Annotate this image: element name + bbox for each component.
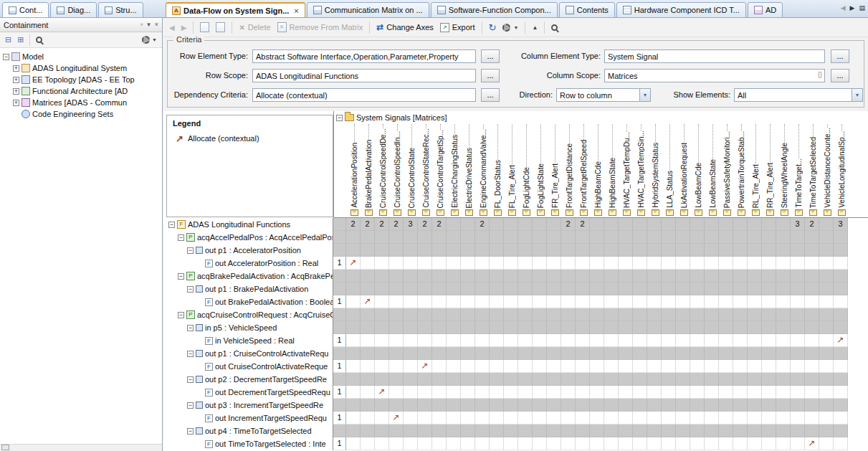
matrix-cell[interactable] bbox=[361, 283, 375, 295]
matrix-cell[interactable] bbox=[576, 399, 590, 412]
matrix-cell[interactable] bbox=[590, 386, 604, 399]
matrix-cell[interactable] bbox=[475, 270, 490, 283]
editor-tab-3[interactable]: Software-Function Compon... bbox=[431, 2, 558, 18]
matrix-cell[interactable] bbox=[748, 373, 762, 386]
matrix-cell[interactable] bbox=[576, 244, 590, 257]
matrix-cell[interactable] bbox=[418, 437, 432, 450]
matrix-cell[interactable] bbox=[719, 424, 733, 437]
matrix-cell[interactable] bbox=[662, 244, 676, 257]
matrix-cell[interactable] bbox=[475, 231, 490, 244]
matrix-cell[interactable] bbox=[834, 321, 848, 334]
column-group-header[interactable]: − System Signals [Matrices] bbox=[336, 113, 447, 122]
matrix-cell[interactable] bbox=[361, 399, 375, 412]
matrix-cell[interactable] bbox=[590, 218, 604, 231]
matrix-cell[interactable] bbox=[475, 347, 490, 360]
matrix-cell[interactable] bbox=[690, 231, 705, 244]
structure-tab[interactable]: Stru... bbox=[98, 2, 143, 18]
matrix-cell[interactable] bbox=[619, 218, 633, 231]
matrix-row-header[interactable]: Fin VehicleSpeed : Real bbox=[166, 334, 333, 347]
matrix-cell[interactable] bbox=[705, 231, 719, 244]
matrix-cell[interactable] bbox=[561, 257, 576, 270]
expand-all-icon[interactable]: ⊞ bbox=[17, 36, 24, 44]
matrix-cell[interactable] bbox=[561, 321, 576, 334]
matrix-cell[interactable] bbox=[404, 437, 418, 450]
matrix-cell[interactable] bbox=[619, 308, 633, 321]
matrix-cell[interactable] bbox=[762, 244, 776, 257]
matrix-cell[interactable] bbox=[676, 308, 690, 321]
matrix-cell[interactable] bbox=[662, 373, 676, 386]
matrix-cell[interactable] bbox=[447, 270, 461, 283]
matrix-cell[interactable] bbox=[719, 399, 733, 412]
allocation-arrow-cell[interactable]: ↗ bbox=[375, 386, 389, 399]
matrix-cell[interactable] bbox=[719, 244, 733, 257]
matrix-cell[interactable] bbox=[819, 308, 834, 321]
matrix-cell[interactable] bbox=[461, 437, 475, 450]
matrix-cell[interactable] bbox=[418, 244, 432, 257]
matrix-cell[interactable] bbox=[404, 334, 418, 347]
matrix-cell[interactable] bbox=[418, 399, 432, 412]
matrix-cell[interactable] bbox=[633, 308, 647, 321]
matrix-cell[interactable] bbox=[404, 295, 418, 308]
matrix-cell[interactable] bbox=[346, 283, 361, 295]
matrix-cell[interactable] bbox=[733, 373, 748, 386]
matrix-cell[interactable] bbox=[547, 231, 561, 244]
matrix-cell[interactable] bbox=[518, 373, 533, 386]
editor-tab-2[interactable]: Communication Matrix on ... bbox=[307, 2, 429, 18]
column-header[interactable]: CruiseControlStateRec... bbox=[419, 124, 433, 217]
matrix-cell[interactable] bbox=[404, 412, 418, 424]
matrix-cell[interactable] bbox=[748, 218, 762, 231]
matrix-cell[interactable] bbox=[633, 424, 647, 437]
matrix-cell[interactable]: 2 bbox=[432, 218, 447, 231]
matrix-cell[interactable] bbox=[418, 321, 432, 334]
matrix-cell[interactable] bbox=[447, 424, 461, 437]
matrix-cell[interactable] bbox=[447, 218, 461, 231]
close-icon[interactable]: × bbox=[155, 22, 158, 28]
containment-tab[interactable]: Cont... bbox=[2, 2, 49, 18]
matrix-cell[interactable] bbox=[705, 334, 719, 347]
matrix-cell[interactable] bbox=[776, 321, 791, 334]
matrix-cell[interactable] bbox=[604, 386, 619, 399]
matrix-cell[interactable] bbox=[705, 399, 719, 412]
expand-icon[interactable]: + bbox=[13, 100, 19, 106]
matrix-row-header[interactable]: −out p3 : IncrementTargetSpeedRe bbox=[166, 399, 333, 412]
matrix-cell[interactable] bbox=[346, 321, 361, 334]
matrix-cell[interactable] bbox=[633, 257, 647, 270]
matrix-cell[interactable] bbox=[475, 399, 490, 412]
matrix-cell[interactable] bbox=[690, 437, 705, 450]
matrix-cell[interactable] bbox=[432, 308, 447, 321]
matrix-cell[interactable] bbox=[819, 360, 834, 373]
matrix-cell[interactable] bbox=[561, 283, 576, 295]
matrix-cell[interactable] bbox=[375, 437, 389, 450]
matrix-cell[interactable] bbox=[447, 257, 461, 270]
matrix-cell[interactable] bbox=[561, 399, 576, 412]
matrix-cell[interactable] bbox=[662, 347, 676, 360]
matrix-cell[interactable] bbox=[705, 218, 719, 231]
matrix-cell[interactable] bbox=[633, 218, 647, 231]
matrix-cell[interactable] bbox=[389, 231, 404, 244]
matrix-cell[interactable] bbox=[762, 373, 776, 386]
matrix-cell[interactable] bbox=[690, 424, 705, 437]
matrix-cell[interactable] bbox=[676, 334, 690, 347]
matrix-cell[interactable] bbox=[404, 424, 418, 437]
collapse-icon[interactable]: − bbox=[3, 54, 9, 60]
matrix-cell[interactable] bbox=[604, 283, 619, 295]
matrix-cell[interactable] bbox=[475, 321, 490, 334]
matrix-cell[interactable] bbox=[791, 347, 805, 360]
matrix-cell[interactable] bbox=[461, 399, 475, 412]
matrix-cell[interactable] bbox=[504, 373, 518, 386]
matrix-cell[interactable] bbox=[389, 424, 404, 437]
matrix-cell[interactable] bbox=[461, 386, 475, 399]
matrix-cell[interactable] bbox=[791, 308, 805, 321]
matrix-cell[interactable] bbox=[776, 308, 791, 321]
matrix-cell[interactable] bbox=[662, 399, 676, 412]
matrix-cell[interactable] bbox=[418, 347, 432, 360]
show-elements-select[interactable]: All ▼ bbox=[734, 88, 863, 102]
matrix-cell[interactable] bbox=[791, 295, 805, 308]
matrix-cell[interactable] bbox=[361, 386, 375, 399]
matrix-cell[interactable] bbox=[776, 437, 791, 450]
matrix-cell[interactable] bbox=[834, 399, 848, 412]
matrix-cell[interactable] bbox=[633, 321, 647, 334]
matrix-cell[interactable] bbox=[604, 399, 619, 412]
matrix-cell[interactable] bbox=[590, 360, 604, 373]
matrix-cell[interactable] bbox=[547, 257, 561, 270]
